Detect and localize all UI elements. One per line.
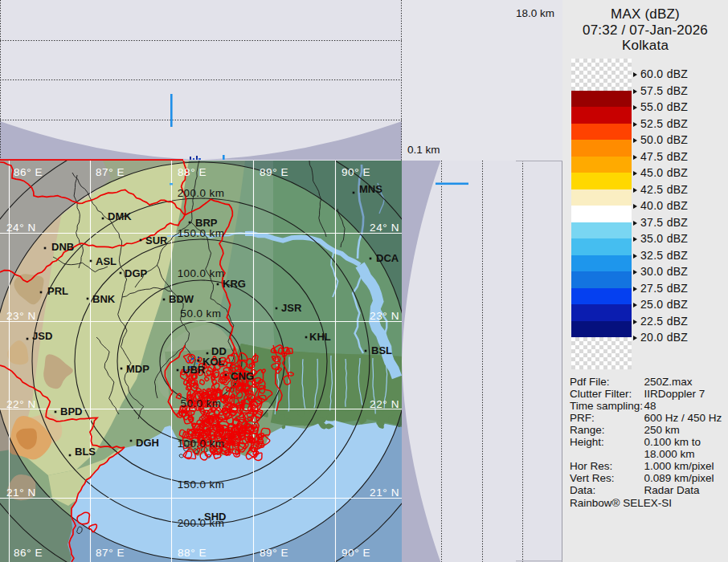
svg-text:DGP: DGP — [125, 267, 148, 279]
svg-text:150.0 km: 150.0 km — [178, 479, 225, 491]
svg-text:PRL: PRL — [47, 285, 68, 297]
svg-text:87° E: 87° E — [96, 547, 125, 559]
svg-text:90° E: 90° E — [342, 547, 370, 559]
svg-text:BLS: BLS — [75, 446, 96, 458]
svg-text:BPD: BPD — [60, 405, 82, 417]
svg-text:BDW: BDW — [169, 293, 194, 305]
svg-text:ASL: ASL — [96, 255, 117, 267]
svg-text:89° E: 89° E — [260, 547, 288, 559]
svg-text:SUR: SUR — [145, 234, 168, 246]
svg-text:90° E: 90° E — [342, 166, 370, 178]
svg-text:KRG: KRG — [223, 278, 246, 290]
svg-text:50.0 km: 50.0 km — [181, 397, 222, 409]
svg-text:22° N: 22° N — [6, 398, 36, 410]
svg-text:KHL: KHL — [309, 331, 331, 343]
svg-text:200.0 km: 200.0 km — [178, 187, 225, 199]
svg-text:24° N: 24° N — [370, 222, 399, 234]
svg-text:150.0 km: 150.0 km — [178, 227, 225, 239]
svg-text:200.0 km: 200.0 km — [178, 517, 225, 529]
svg-text:DMK: DMK — [108, 210, 132, 222]
svg-text:DNB: DNB — [51, 241, 74, 253]
svg-text:BNK: BNK — [92, 293, 116, 305]
svg-text:BSL: BSL — [371, 344, 392, 356]
svg-text:21° N: 21° N — [370, 487, 399, 499]
svg-text:88° E: 88° E — [178, 166, 207, 178]
svg-text:87° E: 87° E — [96, 166, 125, 178]
svg-text:CNG: CNG — [231, 370, 254, 382]
svg-text:23° N: 23° N — [6, 310, 36, 322]
svg-text:DCA: DCA — [376, 252, 399, 264]
svg-text:21° N: 21° N — [6, 487, 36, 499]
svg-text:89° E: 89° E — [260, 166, 288, 178]
svg-text:DGH: DGH — [136, 437, 159, 449]
svg-text:50.0 km: 50.0 km — [181, 307, 222, 320]
svg-text:86° E: 86° E — [14, 547, 43, 559]
svg-text:MDP: MDP — [126, 363, 149, 375]
svg-text:86° E: 86° E — [14, 166, 43, 178]
svg-text:100.0 km: 100.0 km — [178, 267, 225, 279]
svg-text:23° N: 23° N — [370, 310, 399, 322]
svg-text:JSR: JSR — [281, 302, 302, 314]
svg-text:KOL: KOL — [202, 356, 225, 368]
svg-text:JSD: JSD — [32, 330, 52, 342]
svg-text:MNS: MNS — [359, 183, 382, 195]
svg-text:100.0 km: 100.0 km — [178, 438, 225, 450]
svg-text:24° N: 24° N — [6, 222, 36, 234]
svg-text:88° E: 88° E — [178, 547, 207, 559]
svg-text:22° N: 22° N — [370, 398, 399, 410]
